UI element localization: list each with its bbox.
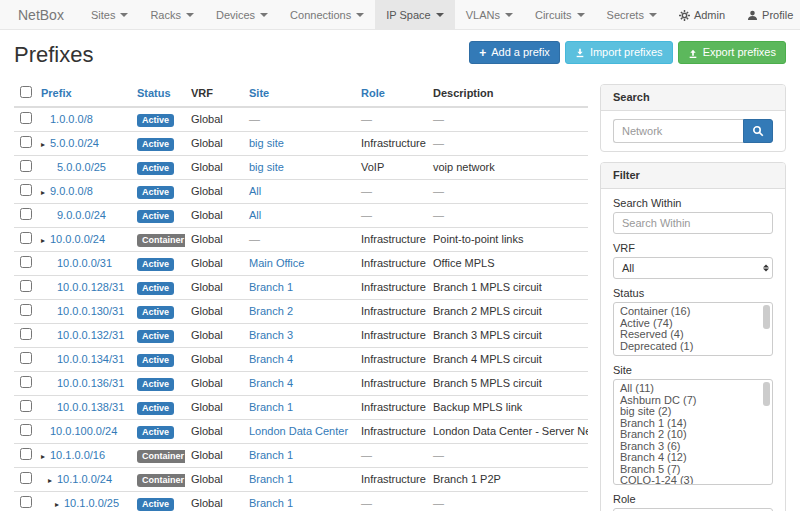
prefix-link[interactable]: 10.0.0.0/31 (57, 257, 112, 269)
table-row: 10.0.0.128/31 Active Global Branch 1 Inf… (14, 276, 588, 300)
profile-link[interactable]: Profile (736, 0, 800, 29)
row-checkbox[interactable] (20, 304, 32, 316)
row-checkbox[interactable] (20, 112, 32, 124)
site-link[interactable]: big site (249, 161, 284, 173)
site-link[interactable]: Branch 1 (249, 473, 293, 485)
row-checkbox[interactable] (20, 160, 32, 172)
listbox-scrollbar[interactable] (763, 382, 770, 406)
row-checkbox[interactable] (20, 208, 32, 220)
col-header-prefix[interactable]: Prefix (35, 80, 131, 107)
site-link[interactable]: big site (249, 137, 284, 149)
vrf-cell: Global (185, 300, 243, 324)
listbox-option[interactable]: Branch 4 (12) (614, 452, 772, 464)
row-checkbox[interactable] (20, 352, 32, 364)
role-cell: Infrastructure (355, 420, 427, 444)
status-listbox[interactable]: Container (16)Active (74)Reserved (4)Dep… (613, 302, 773, 356)
role-cell: — (355, 444, 427, 468)
prefix-link[interactable]: 5.0.0.0/25 (57, 161, 106, 173)
user-menu: Admin Profile Log out (668, 0, 800, 29)
col-header-role[interactable]: Role (355, 80, 427, 107)
prefix-link[interactable]: 9.0.0.0/24 (57, 209, 106, 221)
prefix-link[interactable]: 10.0.0.132/31 (57, 329, 124, 341)
plus-icon: + (479, 48, 486, 58)
site-link[interactable]: All (249, 185, 261, 197)
col-header-site[interactable]: Site (243, 80, 355, 107)
row-checkbox[interactable] (20, 232, 32, 244)
table-row: 10.0.0.134/31 Active Global Branch 4 Inf… (14, 348, 588, 372)
nav-item-vlans[interactable]: VLANs (455, 0, 524, 29)
site-link[interactable]: Branch 1 (249, 281, 293, 293)
row-checkbox[interactable] (20, 328, 32, 340)
search-within-input[interactable] (613, 212, 773, 234)
search-button[interactable] (743, 119, 773, 143)
listbox-option[interactable]: Reserved (4) (614, 329, 772, 341)
row-checkbox[interactable] (20, 184, 32, 196)
expand-arrow-icon: ▸ (41, 234, 50, 247)
listbox-option[interactable]: All (11) (614, 383, 772, 395)
site-link[interactable]: Branch 4 (249, 353, 293, 365)
prefix-link[interactable]: 10.0.0.136/31 (57, 377, 124, 389)
nav-item-circuits[interactable]: Circuits (524, 0, 596, 29)
listbox-option[interactable]: Branch 2 (10) (614, 429, 772, 441)
site-link[interactable]: Branch 1 (249, 449, 293, 461)
select-all-checkbox[interactable] (20, 86, 32, 98)
row-checkbox[interactable] (20, 280, 32, 292)
site-link[interactable]: Branch 2 (249, 305, 293, 317)
status-badge: Active (137, 138, 174, 151)
prefix-link[interactable]: 10.1.0.0/24 (57, 473, 112, 485)
status-badge: Active (137, 186, 174, 199)
prefix-link[interactable]: 1.0.0.0/8 (50, 113, 93, 125)
col-header-status[interactable]: Status (131, 80, 185, 107)
add-prefix-button[interactable]: + Add a prefix (469, 41, 560, 64)
search-panel: Search (600, 84, 786, 152)
admin-link[interactable]: Admin (668, 0, 736, 29)
nav-item-sites[interactable]: Sites (80, 0, 139, 29)
search-input[interactable] (613, 119, 743, 143)
row-checkbox[interactable] (20, 472, 32, 484)
nav-item-devices[interactable]: Devices (205, 0, 279, 29)
row-checkbox[interactable] (20, 256, 32, 268)
row-checkbox[interactable] (20, 400, 32, 412)
listbox-option[interactable]: Container (16) (614, 306, 772, 318)
row-checkbox[interactable] (20, 376, 32, 388)
search-within-field: Search Within (613, 197, 773, 234)
prefix-link[interactable]: 10.0.100.0/24 (50, 425, 117, 437)
prefix-link[interactable]: 10.0.0.134/31 (57, 353, 124, 365)
site-link[interactable]: London Data Center (249, 425, 348, 437)
row-checkbox[interactable] (20, 424, 32, 436)
search-icon (752, 125, 764, 137)
site-link[interactable]: Branch 1 (249, 497, 293, 509)
prefix-link[interactable]: 10.1.0.0/16 (50, 449, 105, 461)
listbox-option[interactable]: big site (2) (614, 406, 772, 418)
nav-item-ip-space[interactable]: IP Space (375, 0, 454, 29)
site-link[interactable]: All (249, 209, 261, 221)
listbox-scrollbar[interactable] (763, 305, 770, 329)
prefix-link[interactable]: 5.0.0.0/24 (50, 137, 99, 149)
prefix-link[interactable]: 10.0.0.130/31 (57, 305, 124, 317)
site-listbox[interactable]: All (11)Ashburn DC (7)big site (2)Branch… (613, 379, 773, 485)
listbox-option[interactable]: Deprecated (1) (614, 341, 772, 353)
listbox-option[interactable]: COLO-1-24 (3) (614, 475, 772, 485)
row-checkbox[interactable] (20, 496, 32, 508)
prefix-link[interactable]: 9.0.0.0/8 (50, 185, 93, 197)
prefix-link[interactable]: 10.0.0.128/31 (57, 281, 124, 293)
site-link[interactable]: Branch 1 (249, 401, 293, 413)
brand[interactable]: NetBox (0, 0, 80, 29)
row-checkbox[interactable] (20, 136, 32, 148)
site-link[interactable]: Main Office (249, 257, 304, 269)
prefix-link[interactable]: 10.0.0.138/31 (57, 401, 124, 413)
import-prefixes-button[interactable]: Import prefixes (565, 41, 673, 64)
row-checkbox[interactable] (20, 448, 32, 460)
status-badge: Container (137, 234, 185, 247)
nav-item-racks[interactable]: Racks (139, 0, 205, 29)
site-link[interactable]: Branch 3 (249, 329, 293, 341)
status-badge: Active (137, 258, 174, 271)
nav-item-secrets[interactable]: Secrets (596, 0, 668, 29)
prefix-link[interactable]: 10.1.0.0/25 (64, 497, 119, 509)
status-badge: Active (137, 330, 174, 343)
nav-item-connections[interactable]: Connections (279, 0, 375, 29)
prefix-link[interactable]: 10.0.0.0/24 (50, 233, 105, 245)
export-prefixes-button[interactable]: Export prefixes (678, 41, 786, 64)
vrf-select[interactable]: All (613, 257, 773, 279)
site-link[interactable]: Branch 4 (249, 377, 293, 389)
